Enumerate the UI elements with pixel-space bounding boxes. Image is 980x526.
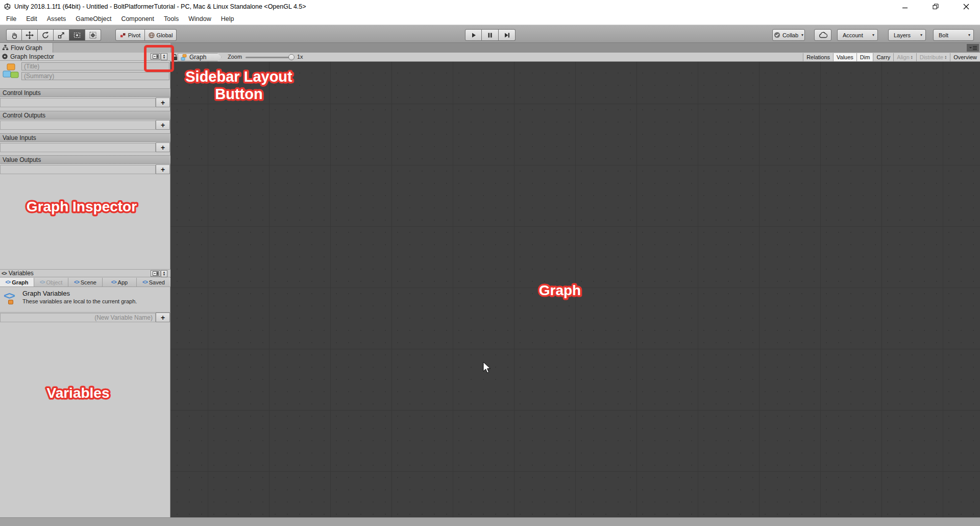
toggle-overview[interactable]: Overview xyxy=(950,53,980,61)
scale-tool-button[interactable] xyxy=(54,29,69,41)
section-label: Value Inputs xyxy=(3,134,36,141)
variables-tab-app[interactable]: App xyxy=(103,278,137,286)
rect-tool-button[interactable] xyxy=(69,29,85,41)
toggle-relations[interactable]: Relations xyxy=(803,53,834,61)
step-button[interactable] xyxy=(499,29,516,41)
empty-list-slot xyxy=(0,165,156,174)
layout-dropdown-bolt[interactable]: Bolt▾ xyxy=(933,29,974,41)
plus-icon: + xyxy=(161,144,165,152)
toggle-values[interactable]: Values xyxy=(834,53,857,61)
close-button[interactable] xyxy=(954,0,978,13)
pivot-icon xyxy=(120,32,126,38)
move-tool-button[interactable] xyxy=(22,29,38,41)
scene-variables-icon xyxy=(74,279,79,285)
toggle-carry[interactable]: Carry xyxy=(873,53,894,61)
add-control-output-button[interactable]: + xyxy=(156,120,170,130)
variables-tab-saved[interactable]: Saved xyxy=(137,278,170,286)
add-value-input-button[interactable]: + xyxy=(156,142,170,152)
add-variable-button[interactable]: + xyxy=(156,313,170,322)
section-label: Control Outputs xyxy=(3,112,45,119)
plus-icon: + xyxy=(161,165,165,174)
object-variables-icon xyxy=(40,279,45,285)
unity-logo-icon xyxy=(4,3,11,11)
menu-help[interactable]: Help xyxy=(219,14,236,23)
dropdown-align[interactable]: Align▲▼ xyxy=(894,53,916,61)
graph-canvas[interactable] xyxy=(170,62,980,517)
toggle-label: Carry xyxy=(876,54,890,60)
variables-tab-graph[interactable]: Graph xyxy=(0,278,34,286)
graph-tab-strip xyxy=(170,43,980,53)
layers-dropdown[interactable]: Layers▾ xyxy=(888,29,926,41)
hand-icon xyxy=(10,31,18,39)
graph-breadcrumb-icon xyxy=(181,54,187,61)
caret-down-icon: ▾ xyxy=(801,33,803,37)
cloud-button[interactable] xyxy=(814,29,831,41)
move-icon xyxy=(26,31,34,39)
toggle-label: Relations xyxy=(806,54,830,60)
empty-list-slot xyxy=(0,143,156,152)
section-label: Value Outputs xyxy=(3,156,41,163)
play-icon xyxy=(470,31,478,39)
variables-layout-button[interactable] xyxy=(151,270,160,277)
pivot-toggle-button[interactable]: Pivot xyxy=(115,29,145,41)
account-dropdown[interactable]: Account▾ xyxy=(837,29,878,41)
collab-icon xyxy=(774,32,780,38)
step-icon xyxy=(503,31,511,39)
flow-graph-tab-label: Flow Graph xyxy=(11,44,42,52)
caret-down-icon: ▾ xyxy=(872,33,874,37)
tab-flow-graph[interactable]: Flow Graph xyxy=(0,43,53,53)
collab-dropdown[interactable]: Collab▾ xyxy=(772,29,805,41)
tab-label: App xyxy=(118,279,128,285)
toggle-dim[interactable]: Dim xyxy=(857,53,874,61)
status-bar xyxy=(0,517,980,526)
variables-tab-object[interactable]: Object xyxy=(34,278,68,286)
tab-menu-icon[interactable] xyxy=(967,44,979,52)
plus-icon: + xyxy=(161,314,165,322)
variables-spinner-arrows[interactable]: ▲▼ xyxy=(161,270,167,277)
empty-list-slot xyxy=(0,98,156,107)
menu-window[interactable]: Window xyxy=(186,14,213,23)
graph-breadcrumb[interactable]: Graph xyxy=(178,53,222,61)
tab-label: Saved xyxy=(149,279,165,285)
hand-tool-button[interactable] xyxy=(6,29,22,41)
add-value-output-button[interactable]: + xyxy=(156,164,170,174)
unity-toolbar: Pivot Global Collab▾ Account▾ Layers▾ Bo… xyxy=(0,25,980,43)
app-variables-icon xyxy=(111,279,116,285)
minimize-button[interactable] xyxy=(893,0,917,13)
rect-tool-icon xyxy=(73,31,81,39)
transform-tool-button[interactable] xyxy=(85,29,101,41)
menu-assets[interactable]: Assets xyxy=(45,14,68,23)
dropdown-distribute[interactable]: Distribute▲▼ xyxy=(917,53,950,61)
menu-component[interactable]: Component xyxy=(119,14,156,23)
menu-edit[interactable]: Edit xyxy=(24,14,39,23)
new-variable-input[interactable]: (New Variable Name) xyxy=(0,313,156,322)
pause-button[interactable] xyxy=(482,29,499,41)
graph-summary-placeholder: (Summary) xyxy=(24,73,54,80)
collab-label: Collab xyxy=(782,32,798,38)
global-label: Global xyxy=(157,32,173,38)
zoom-slider[interactable] xyxy=(246,57,292,58)
menu-file[interactable]: File xyxy=(4,14,18,23)
flow-graph-icon xyxy=(2,44,9,51)
menu-gameobject[interactable]: GameObject xyxy=(74,14,113,23)
graph-toggle-group: Relations Values Dim Carry Align▲▼ Distr… xyxy=(803,53,980,61)
variables-tab-scene[interactable]: Scene xyxy=(68,278,103,286)
window-titlebar: Unity 2018.1.1f1 (64bit) - Untitled - Bo… xyxy=(0,0,980,13)
rotate-icon xyxy=(41,31,50,39)
menu-tools[interactable]: Tools xyxy=(162,14,181,23)
pivot-label: Pivot xyxy=(128,32,140,38)
zoom-slider-handle[interactable] xyxy=(288,54,295,60)
play-button[interactable] xyxy=(465,29,482,41)
bolt-label: Bolt xyxy=(939,32,948,38)
menu-bar: File Edit Assets GameObject Component To… xyxy=(0,13,980,25)
restore-button[interactable] xyxy=(924,0,947,13)
section-header-control-inputs: Control Inputs xyxy=(0,88,170,97)
global-toggle-button[interactable]: Global xyxy=(145,29,177,41)
inspector-icon xyxy=(2,53,8,60)
flow-machine-icon xyxy=(2,63,19,82)
graph-summary-input[interactable]: (Summary) xyxy=(21,72,169,80)
add-control-input-button[interactable]: + xyxy=(156,98,170,107)
toggle-label: Dim xyxy=(860,54,870,60)
annotation-highlight-rect xyxy=(144,45,174,72)
rotate-tool-button[interactable] xyxy=(38,29,54,41)
